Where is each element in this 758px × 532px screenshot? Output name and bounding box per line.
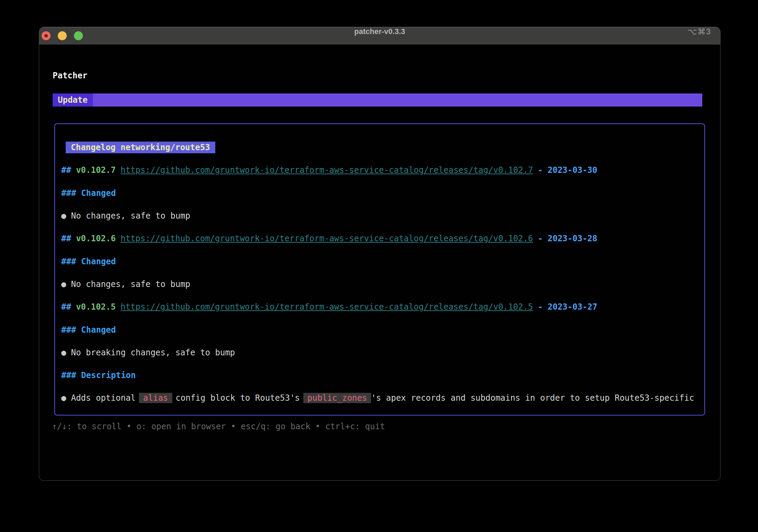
window-shortcut-badge: ⌥⌘3 (688, 27, 711, 36)
h2-marker: ## (61, 165, 71, 175)
inline-code-public-zones: public_zones (303, 393, 371, 403)
date-separator: - (538, 165, 543, 175)
section-heading: ### Changed (61, 188, 116, 198)
tab-update[interactable]: Update (53, 93, 93, 107)
section-heading: ### Changed (61, 257, 116, 266)
bullet-icon: ● (61, 211, 66, 221)
h2-marker: ## (61, 234, 71, 243)
inline-code-alias: alias (139, 393, 172, 403)
release-link[interactable]: https://github.com/gruntwork-io/terrafor… (121, 165, 533, 175)
release-heading-row: ##v0.102.7https://github.com/gruntwork-i… (61, 159, 704, 181)
bullet-text: 's apex records and subdomains in order … (371, 393, 694, 403)
bullet-row: ●No changes, safe to bump (61, 204, 704, 227)
release-version: v0.102.7 (76, 165, 116, 175)
app-window: patcher-v0.3.3 ⌥⌘3 Patcher Update Change… (39, 27, 721, 481)
bullet-icon: ● (61, 348, 66, 357)
date-separator: - (538, 234, 543, 243)
release-date: 2023-03-27 (548, 302, 597, 312)
window-titlebar: patcher-v0.3.3 ⌥⌘3 (39, 27, 720, 45)
release-version: v0.102.6 (76, 234, 116, 243)
zoom-button[interactable] (74, 31, 83, 40)
release-heading-row: ##v0.102.5https://github.com/gruntwork-i… (61, 296, 704, 318)
window-title: patcher-v0.3.3 (39, 27, 720, 36)
changelog-viewport[interactable]: Changelog networking/route53 ##v0.102.7h… (54, 123, 705, 415)
section-heading: ### Description (61, 370, 136, 380)
bullet-icon: ● (61, 393, 66, 403)
section-heading-row: ### Changed (61, 250, 704, 273)
release-link[interactable]: https://github.com/gruntwork-io/terrafor… (121, 234, 533, 243)
section-heading-row: ### Description (61, 364, 704, 387)
bullet-row: ●No changes, safe to bump (61, 273, 704, 296)
bullet-text: No changes, safe to bump (71, 279, 190, 289)
bullet-text: Adds optional (71, 393, 136, 403)
page-title: Patcher (53, 71, 87, 80)
minimize-button[interactable] (58, 31, 67, 40)
bullet-text: No changes, safe to bump (71, 211, 190, 221)
tab-bar: Update (53, 93, 702, 107)
date-separator: - (538, 302, 543, 312)
release-date: 2023-03-28 (548, 234, 597, 243)
help-bar: ↑/↓: to scroll • o: open in browser • es… (52, 422, 385, 431)
bullet-text: config block to Route53's (176, 393, 300, 403)
bullet-text: No breaking changes, safe to bump (71, 348, 235, 357)
release-heading-row: ##v0.102.6https://github.com/gruntwork-i… (61, 227, 704, 250)
bullet-icon: ● (61, 279, 66, 289)
bullet-row: ●No breaking changes, safe to bump (61, 341, 704, 364)
changelog-badge: Changelog networking/route53 (66, 142, 215, 153)
section-heading-row: ### Changed (61, 318, 704, 341)
terminal-content: Patcher Update Changelog networking/rout… (39, 44, 720, 480)
close-button[interactable] (42, 31, 51, 40)
bullet-row-with-code: ●Adds optionalaliasconfig block to Route… (61, 387, 704, 409)
desktop-background: patcher-v0.3.3 ⌥⌘3 Patcher Update Change… (0, 0, 758, 532)
traffic-lights (42, 31, 83, 40)
release-date: 2023-03-30 (548, 165, 597, 175)
section-heading-row: ### Changed (61, 182, 704, 204)
section-heading: ### Changed (61, 325, 116, 335)
changelog-header-row: Changelog networking/route53 (61, 136, 704, 159)
h2-marker: ## (61, 302, 71, 312)
release-link[interactable]: https://github.com/gruntwork-io/terrafor… (121, 302, 533, 312)
release-version: v0.102.5 (76, 302, 116, 312)
